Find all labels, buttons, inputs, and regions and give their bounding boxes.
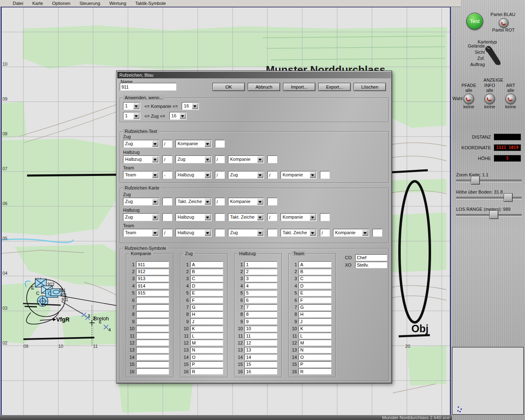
text-field[interactable] (244, 269, 277, 275)
dropdown-zug[interactable]: Zug (123, 213, 159, 221)
menu-taktik-symbole[interactable]: Taktik-Symbole (132, 0, 170, 7)
kartentyp-option-auftrag[interactable]: Auftrag (452, 62, 485, 68)
slider-thumb[interactable] (489, 210, 498, 219)
slider-track[interactable] (456, 214, 522, 217)
text-field[interactable] (190, 318, 223, 324)
text-field[interactable] (244, 326, 277, 332)
text-field[interactable] (244, 297, 277, 303)
text-field[interactable] (136, 326, 169, 332)
text-field[interactable] (136, 290, 169, 296)
menu-karte[interactable]: Karte (29, 0, 47, 7)
text-field[interactable] (299, 347, 331, 353)
abbruch-button[interactable]: Abbruch (248, 83, 280, 91)
dropdown-zug[interactable]: Zug (176, 155, 212, 163)
text-field[interactable] (190, 354, 223, 360)
chevron-down-icon[interactable] (205, 172, 211, 178)
löschen-button[interactable]: Löschen (354, 83, 386, 91)
text-field[interactable] (267, 155, 277, 163)
text-field[interactable] (267, 198, 277, 205)
text-field[interactable] (299, 361, 331, 368)
chevron-down-icon[interactable] (310, 214, 316, 220)
dropdown-kompanie[interactable]: Kompanie (228, 155, 264, 163)
text-field[interactable] (215, 198, 225, 205)
chevron-down-icon[interactable] (133, 113, 139, 119)
text-field[interactable] (267, 213, 277, 221)
chevron-down-icon[interactable] (133, 103, 139, 109)
text-field[interactable] (136, 269, 169, 275)
text-field[interactable] (190, 311, 223, 317)
menu-steuerung[interactable]: Steuerung (76, 0, 104, 7)
text-field[interactable] (372, 229, 382, 237)
chevron-down-icon[interactable] (205, 199, 211, 205)
text-field[interactable] (190, 283, 223, 289)
chevron-down-icon[interactable] (310, 230, 316, 236)
dropdown-takt-zeiche[interactable]: Takt. Zeiche (281, 229, 317, 237)
text-field[interactable] (299, 368, 331, 374)
text-field[interactable] (299, 311, 331, 317)
text-field[interactable] (190, 347, 223, 353)
chevron-down-icon[interactable] (152, 156, 158, 162)
dropdown-halbzug[interactable]: Halbzug (123, 155, 159, 163)
text-field[interactable] (190, 333, 223, 339)
dropdown-zug[interactable]: Zug (228, 229, 264, 237)
chevron-down-icon[interactable] (152, 199, 158, 205)
dialog-titlebar[interactable]: Rufzeichen, Blau (117, 72, 391, 78)
dropdown-1[interactable]: 1 (123, 112, 140, 120)
chevron-down-icon[interactable] (257, 230, 263, 236)
text-field[interactable] (162, 229, 172, 237)
text-field[interactable] (162, 171, 172, 179)
dropdown-kompanie[interactable]: Kompanie (176, 140, 212, 148)
kartentyp-pointer-knob[interactable] (484, 43, 504, 67)
text-field[interactable] (136, 283, 169, 289)
text-field[interactable] (299, 261, 331, 267)
test-button[interactable]: Test (466, 13, 483, 30)
kartentyp-option-zsf[interactable]: Zsf. (452, 56, 485, 62)
text-field[interactable] (215, 140, 225, 148)
export-button[interactable]: Export... (318, 83, 351, 91)
slider-thumb[interactable] (471, 176, 480, 185)
text-field[interactable] (267, 229, 277, 237)
text-field[interactable] (320, 171, 330, 179)
text-field[interactable] (162, 155, 172, 163)
dropdown-takt-zeiche[interactable]: Takt. Zeiche (228, 213, 264, 221)
text-field[interactable] (244, 333, 277, 339)
text-field[interactable] (244, 283, 277, 289)
dropdown-halbzug[interactable]: Halbzug (176, 171, 212, 179)
text-field[interactable] (299, 354, 331, 360)
text-field[interactable] (190, 261, 223, 267)
kartentyp-option-sicht[interactable]: Sicht (452, 50, 485, 55)
text-field[interactable] (215, 229, 225, 237)
text-field[interactable] (320, 213, 330, 221)
text-field[interactable] (299, 276, 331, 282)
text-field[interactable] (136, 311, 169, 317)
dropdown-kompanie[interactable]: Kompanie (281, 171, 317, 179)
dropdown-16[interactable]: 16 (182, 102, 199, 110)
dropdown-zug[interactable]: Zug (123, 198, 159, 205)
text-field[interactable] (190, 340, 223, 346)
text-field[interactable] (244, 318, 277, 324)
text-field[interactable] (136, 368, 169, 374)
chevron-down-icon[interactable] (180, 113, 186, 119)
text-field[interactable] (190, 304, 223, 310)
text-field[interactable] (299, 326, 331, 332)
slider-thumb[interactable] (504, 193, 513, 202)
text-field[interactable] (299, 283, 331, 289)
text-field[interactable] (162, 213, 172, 221)
chevron-down-icon[interactable] (257, 214, 263, 220)
text-field[interactable] (215, 171, 225, 179)
menu-datei[interactable]: Datei (9, 0, 27, 7)
text-field[interactable] (162, 198, 172, 205)
text-field[interactable] (190, 269, 223, 275)
import-button[interactable]: Import... (283, 83, 315, 91)
text-field[interactable] (136, 340, 169, 346)
kartentyp-option-gelände[interactable]: Gelände (452, 43, 485, 49)
text-field[interactable] (215, 213, 225, 221)
text-field[interactable] (355, 262, 387, 268)
name-input[interactable] (120, 83, 176, 91)
chevron-down-icon[interactable] (362, 230, 368, 236)
dropdown-16[interactable]: 16 (169, 112, 187, 120)
dropdown-halbzug[interactable]: Halbzug (176, 229, 212, 237)
text-field[interactable] (215, 155, 225, 163)
text-field[interactable] (244, 340, 277, 346)
anzeige-knob-pfade[interactable] (463, 94, 474, 104)
